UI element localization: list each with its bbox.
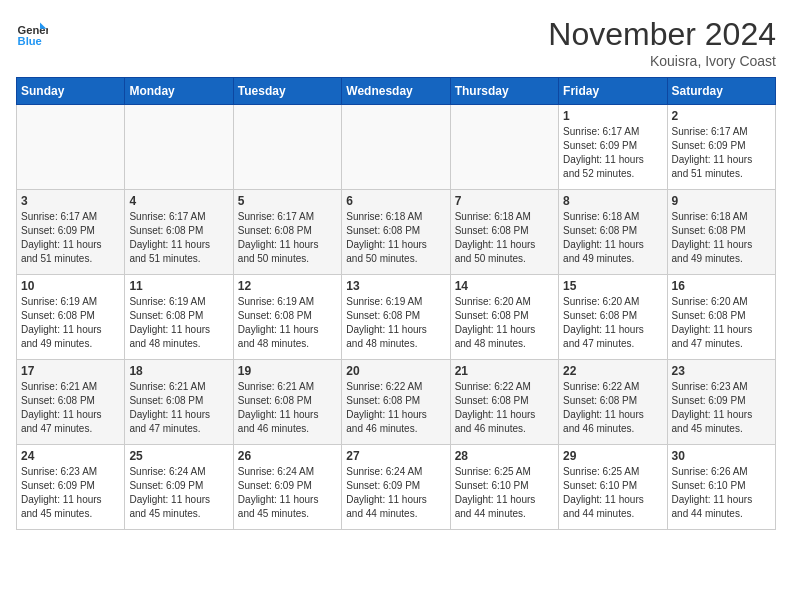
calendar-cell [450,105,558,190]
day-number: 17 [21,364,120,378]
calendar-cell: 4Sunrise: 6:17 AM Sunset: 6:08 PM Daylig… [125,190,233,275]
day-info: Sunrise: 6:24 AM Sunset: 6:09 PM Dayligh… [346,465,445,521]
day-number: 20 [346,364,445,378]
calendar-cell: 17Sunrise: 6:21 AM Sunset: 6:08 PM Dayli… [17,360,125,445]
day-number: 27 [346,449,445,463]
day-number: 30 [672,449,771,463]
day-number: 24 [21,449,120,463]
logo-icon: General Blue [16,16,48,48]
calendar-cell: 3Sunrise: 6:17 AM Sunset: 6:09 PM Daylig… [17,190,125,275]
day-number: 26 [238,449,337,463]
day-number: 13 [346,279,445,293]
day-number: 8 [563,194,662,208]
day-info: Sunrise: 6:20 AM Sunset: 6:08 PM Dayligh… [672,295,771,351]
week-row-3: 10Sunrise: 6:19 AM Sunset: 6:08 PM Dayli… [17,275,776,360]
day-number: 23 [672,364,771,378]
day-number: 3 [21,194,120,208]
title-block: November 2024 Kouisra, Ivory Coast [548,16,776,69]
day-info: Sunrise: 6:19 AM Sunset: 6:08 PM Dayligh… [129,295,228,351]
calendar-cell: 18Sunrise: 6:21 AM Sunset: 6:08 PM Dayli… [125,360,233,445]
day-number: 25 [129,449,228,463]
calendar-cell: 28Sunrise: 6:25 AM Sunset: 6:10 PM Dayli… [450,445,558,530]
calendar-cell: 6Sunrise: 6:18 AM Sunset: 6:08 PM Daylig… [342,190,450,275]
svg-text:Blue: Blue [18,35,42,47]
day-info: Sunrise: 6:17 AM Sunset: 6:09 PM Dayligh… [563,125,662,181]
calendar-cell: 11Sunrise: 6:19 AM Sunset: 6:08 PM Dayli… [125,275,233,360]
calendar-cell: 19Sunrise: 6:21 AM Sunset: 6:08 PM Dayli… [233,360,341,445]
calendar-cell: 1Sunrise: 6:17 AM Sunset: 6:09 PM Daylig… [559,105,667,190]
day-info: Sunrise: 6:21 AM Sunset: 6:08 PM Dayligh… [21,380,120,436]
day-info: Sunrise: 6:17 AM Sunset: 6:09 PM Dayligh… [21,210,120,266]
calendar-cell [233,105,341,190]
calendar-cell: 9Sunrise: 6:18 AM Sunset: 6:08 PM Daylig… [667,190,775,275]
day-info: Sunrise: 6:20 AM Sunset: 6:08 PM Dayligh… [563,295,662,351]
calendar-cell: 29Sunrise: 6:25 AM Sunset: 6:10 PM Dayli… [559,445,667,530]
day-header-saturday: Saturday [667,78,775,105]
day-number: 14 [455,279,554,293]
calendar-cell [17,105,125,190]
day-number: 10 [21,279,120,293]
calendar-cell: 26Sunrise: 6:24 AM Sunset: 6:09 PM Dayli… [233,445,341,530]
calendar-cell: 25Sunrise: 6:24 AM Sunset: 6:09 PM Dayli… [125,445,233,530]
day-info: Sunrise: 6:22 AM Sunset: 6:08 PM Dayligh… [346,380,445,436]
day-number: 15 [563,279,662,293]
calendar-cell [342,105,450,190]
calendar-cell: 16Sunrise: 6:20 AM Sunset: 6:08 PM Dayli… [667,275,775,360]
day-info: Sunrise: 6:24 AM Sunset: 6:09 PM Dayligh… [129,465,228,521]
day-header-monday: Monday [125,78,233,105]
day-info: Sunrise: 6:19 AM Sunset: 6:08 PM Dayligh… [238,295,337,351]
day-header-sunday: Sunday [17,78,125,105]
day-info: Sunrise: 6:22 AM Sunset: 6:08 PM Dayligh… [563,380,662,436]
svg-text:General: General [18,24,48,36]
logo: General Blue [16,16,48,48]
day-header-wednesday: Wednesday [342,78,450,105]
day-info: Sunrise: 6:20 AM Sunset: 6:08 PM Dayligh… [455,295,554,351]
day-number: 1 [563,109,662,123]
calendar-cell: 20Sunrise: 6:22 AM Sunset: 6:08 PM Dayli… [342,360,450,445]
day-number: 7 [455,194,554,208]
day-info: Sunrise: 6:18 AM Sunset: 6:08 PM Dayligh… [455,210,554,266]
calendar-cell [125,105,233,190]
day-number: 9 [672,194,771,208]
day-number: 16 [672,279,771,293]
calendar-cell: 30Sunrise: 6:26 AM Sunset: 6:10 PM Dayli… [667,445,775,530]
day-info: Sunrise: 6:24 AM Sunset: 6:09 PM Dayligh… [238,465,337,521]
day-info: Sunrise: 6:21 AM Sunset: 6:08 PM Dayligh… [129,380,228,436]
day-info: Sunrise: 6:18 AM Sunset: 6:08 PM Dayligh… [346,210,445,266]
day-number: 5 [238,194,337,208]
calendar-cell: 23Sunrise: 6:23 AM Sunset: 6:09 PM Dayli… [667,360,775,445]
day-info: Sunrise: 6:18 AM Sunset: 6:08 PM Dayligh… [563,210,662,266]
week-row-1: 1Sunrise: 6:17 AM Sunset: 6:09 PM Daylig… [17,105,776,190]
day-info: Sunrise: 6:25 AM Sunset: 6:10 PM Dayligh… [455,465,554,521]
calendar-cell: 27Sunrise: 6:24 AM Sunset: 6:09 PM Dayli… [342,445,450,530]
day-info: Sunrise: 6:21 AM Sunset: 6:08 PM Dayligh… [238,380,337,436]
calendar-table: SundayMondayTuesdayWednesdayThursdayFrid… [16,77,776,530]
day-number: 2 [672,109,771,123]
month-year: November 2024 [548,16,776,53]
day-number: 18 [129,364,228,378]
week-row-5: 24Sunrise: 6:23 AM Sunset: 6:09 PM Dayli… [17,445,776,530]
calendar-cell: 10Sunrise: 6:19 AM Sunset: 6:08 PM Dayli… [17,275,125,360]
calendar-cell: 13Sunrise: 6:19 AM Sunset: 6:08 PM Dayli… [342,275,450,360]
week-row-2: 3Sunrise: 6:17 AM Sunset: 6:09 PM Daylig… [17,190,776,275]
day-info: Sunrise: 6:19 AM Sunset: 6:08 PM Dayligh… [346,295,445,351]
day-info: Sunrise: 6:26 AM Sunset: 6:10 PM Dayligh… [672,465,771,521]
day-info: Sunrise: 6:23 AM Sunset: 6:09 PM Dayligh… [672,380,771,436]
day-header-tuesday: Tuesday [233,78,341,105]
day-info: Sunrise: 6:17 AM Sunset: 6:08 PM Dayligh… [129,210,228,266]
calendar-cell: 24Sunrise: 6:23 AM Sunset: 6:09 PM Dayli… [17,445,125,530]
day-info: Sunrise: 6:22 AM Sunset: 6:08 PM Dayligh… [455,380,554,436]
day-number: 21 [455,364,554,378]
day-number: 19 [238,364,337,378]
day-info: Sunrise: 6:19 AM Sunset: 6:08 PM Dayligh… [21,295,120,351]
day-info: Sunrise: 6:17 AM Sunset: 6:09 PM Dayligh… [672,125,771,181]
day-info: Sunrise: 6:18 AM Sunset: 6:08 PM Dayligh… [672,210,771,266]
calendar-cell: 8Sunrise: 6:18 AM Sunset: 6:08 PM Daylig… [559,190,667,275]
calendar-cell: 7Sunrise: 6:18 AM Sunset: 6:08 PM Daylig… [450,190,558,275]
day-info: Sunrise: 6:17 AM Sunset: 6:08 PM Dayligh… [238,210,337,266]
day-number: 28 [455,449,554,463]
day-number: 29 [563,449,662,463]
day-number: 12 [238,279,337,293]
day-header-row: SundayMondayTuesdayWednesdayThursdayFrid… [17,78,776,105]
day-header-friday: Friday [559,78,667,105]
